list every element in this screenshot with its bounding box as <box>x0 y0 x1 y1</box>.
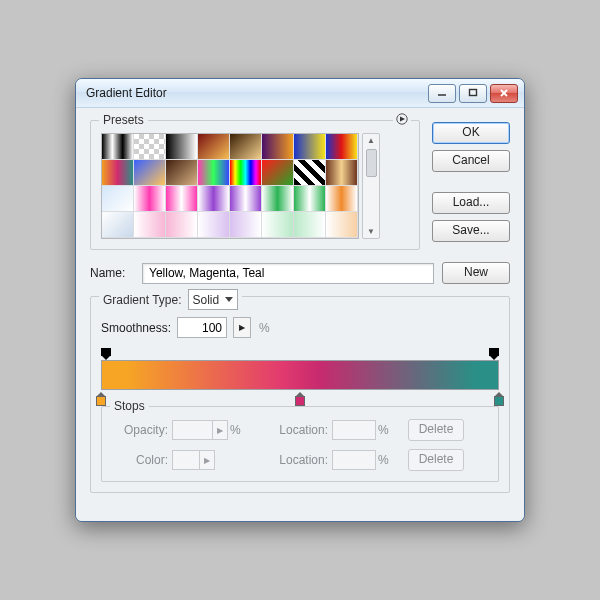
window-controls <box>428 84 518 103</box>
gradient-type-select[interactable]: Solid <box>188 289 239 310</box>
minimize-button[interactable] <box>428 84 456 103</box>
delete-opacity-stop-button: Delete <box>408 419 464 441</box>
scroll-up-arrow[interactable]: ▲ <box>367 136 375 145</box>
gradient-type-legend: Gradient Type: Solid <box>99 289 242 310</box>
preset-swatch[interactable] <box>262 212 294 238</box>
smoothness-input[interactable] <box>177 317 227 338</box>
smoothness-stepper[interactable]: ▶ <box>233 317 251 338</box>
color-flyout: ▶ <box>200 450 215 470</box>
preset-swatch[interactable] <box>262 186 294 212</box>
presets-grid <box>101 133 359 239</box>
location1-input <box>332 420 376 440</box>
opacity-input <box>172 420 213 440</box>
preset-swatch[interactable] <box>198 134 230 160</box>
save-button[interactable]: Save... <box>432 220 510 242</box>
preset-swatch[interactable] <box>198 160 230 186</box>
scroll-thumb[interactable] <box>366 149 377 177</box>
color-stop[interactable] <box>295 392 305 406</box>
gradient-type-group: Gradient Type: Solid Smoothness: ▶ % <box>90 296 510 493</box>
stops-group: Stops Opacity: ▶ % Location: % <box>101 406 499 482</box>
ok-button[interactable]: OK <box>432 122 510 144</box>
window-title: Gradient Editor <box>82 86 428 100</box>
preset-swatch[interactable] <box>198 186 230 212</box>
preset-swatch[interactable] <box>326 134 358 160</box>
location2-input <box>332 450 376 470</box>
preset-swatch[interactable] <box>102 212 134 238</box>
close-button[interactable] <box>490 84 518 103</box>
preset-swatch[interactable] <box>262 134 294 160</box>
preset-swatch[interactable] <box>326 186 358 212</box>
preset-swatch[interactable] <box>294 134 326 160</box>
title-bar: Gradient Editor <box>76 79 524 108</box>
percent-label-4: % <box>376 453 390 467</box>
presets-legend: Presets <box>99 113 148 127</box>
maximize-icon <box>468 88 478 98</box>
name-label: Name: <box>90 266 134 280</box>
preset-swatch[interactable] <box>294 160 326 186</box>
close-icon <box>499 88 509 98</box>
location1-label: Location: <box>272 423 332 437</box>
scroll-down-arrow[interactable]: ▼ <box>367 227 375 236</box>
location2-label: Location: <box>272 453 332 467</box>
preset-swatch[interactable] <box>230 212 262 238</box>
minimize-icon <box>437 88 447 98</box>
name-row: Name: New <box>90 262 510 284</box>
color-swatch <box>172 450 200 470</box>
preset-swatch[interactable] <box>326 160 358 186</box>
preset-swatch[interactable] <box>134 134 166 160</box>
preset-swatch[interactable] <box>102 160 134 186</box>
maximize-button[interactable] <box>459 84 487 103</box>
percent-label-2: % <box>228 423 242 437</box>
preset-swatch[interactable] <box>134 186 166 212</box>
presets-scrollbar[interactable]: ▲ ▼ <box>362 133 380 239</box>
opacity-label: Opacity: <box>112 423 172 437</box>
presets-flyout-button[interactable] <box>393 113 411 128</box>
flyout-icon <box>396 113 408 125</box>
opacity-stop-right[interactable] <box>489 348 499 360</box>
gradient-editor-window: Gradient Editor Presets <box>75 78 525 522</box>
color-stop[interactable] <box>96 392 106 406</box>
new-button[interactable]: New <box>442 262 510 284</box>
preset-swatch[interactable] <box>166 212 198 238</box>
load-button[interactable]: Load... <box>432 192 510 214</box>
color-label: Color: <box>112 453 172 467</box>
name-input[interactable] <box>142 263 434 284</box>
preset-swatch[interactable] <box>102 186 134 212</box>
preset-swatch[interactable] <box>134 160 166 186</box>
gradient-ramp[interactable] <box>101 348 499 406</box>
preset-swatch[interactable] <box>326 212 358 238</box>
delete-color-stop-button: Delete <box>408 449 464 471</box>
opacity-stop-left[interactable] <box>101 348 111 360</box>
gradient-type-value: Solid <box>193 293 220 307</box>
color-stop[interactable] <box>494 392 504 406</box>
opacity-stepper: ▶ <box>213 420 228 440</box>
preset-swatch[interactable] <box>134 212 166 238</box>
cancel-button[interactable]: Cancel <box>432 150 510 172</box>
preset-swatch[interactable] <box>166 186 198 212</box>
preset-swatch[interactable] <box>262 160 294 186</box>
stops-controls: Opacity: ▶ % Location: % Delete C <box>112 419 488 471</box>
preset-swatch[interactable] <box>230 134 262 160</box>
preset-swatch[interactable] <box>230 186 262 212</box>
svg-marker-5 <box>400 117 405 122</box>
gradient-type-label: Gradient Type: <box>103 293 182 307</box>
preset-swatch[interactable] <box>230 160 262 186</box>
preset-swatch[interactable] <box>102 134 134 160</box>
presets-group: Presets ▲ ▼ <box>90 120 420 250</box>
preset-swatch[interactable] <box>294 186 326 212</box>
percent-label-3: % <box>376 423 390 437</box>
smoothness-row: Smoothness: ▶ % <box>101 317 499 338</box>
preset-swatch[interactable] <box>294 212 326 238</box>
stops-legend: Stops <box>110 399 149 413</box>
preset-swatch[interactable] <box>166 134 198 160</box>
svg-rect-1 <box>470 90 477 96</box>
percent-label-1: % <box>257 321 270 335</box>
smoothness-label: Smoothness: <box>101 321 171 335</box>
preset-swatch[interactable] <box>198 212 230 238</box>
gradient-preview[interactable] <box>101 360 499 390</box>
preset-swatch[interactable] <box>166 160 198 186</box>
